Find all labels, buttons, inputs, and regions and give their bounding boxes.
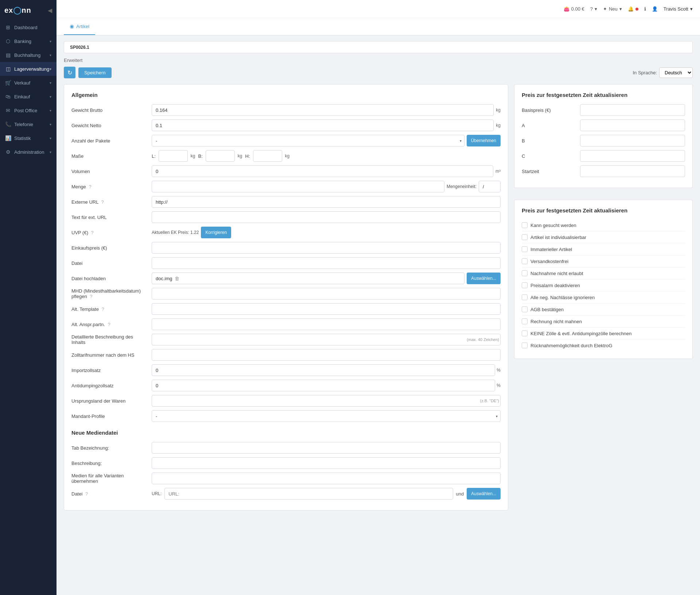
price-a-input[interactable]: [580, 120, 685, 131]
dashboard-icon: ⊞: [5, 24, 11, 30]
preisalarm-checkbox[interactable]: [522, 282, 528, 288]
mengeneinheit-input[interactable]: [479, 181, 501, 192]
media-url-input[interactable]: [164, 488, 453, 500]
sidebar-collapse-btn[interactable]: ◀: [48, 7, 52, 14]
sidebar-item-statistik[interactable]: 📊 Statistik ▾: [0, 131, 57, 145]
zolltarif-input[interactable]: [152, 349, 501, 361]
mhd-input[interactable]: [152, 288, 501, 300]
nachnahme-checkbox[interactable]: [522, 270, 528, 276]
price-c-input[interactable]: [580, 150, 685, 162]
price-a-row: A: [522, 119, 685, 132]
zolltarif-field: [152, 349, 501, 361]
anzahl-pakete-label: Anzahl der Pakete: [71, 138, 152, 144]
versandkostenfrei-checkbox[interactable]: [522, 258, 528, 264]
sidebar-item-administration[interactable]: ⚙ Administration ▾: [0, 145, 57, 159]
kann-gesucht-checkbox[interactable]: [522, 222, 528, 228]
volumen-input[interactable]: [152, 165, 493, 177]
text-url-input[interactable]: [152, 211, 501, 223]
immateriell-label: Immaterieller Artikel: [530, 247, 572, 252]
refresh-button[interactable]: ↻: [64, 67, 75, 78]
einkaufspreis-input[interactable]: [152, 242, 501, 254]
ursprungsland-input[interactable]: [152, 395, 501, 407]
mandant-select[interactable]: -: [152, 410, 501, 422]
sidebar-item-lagerverwaltung[interactable]: ◫ Lagerverwaltung ▾: [0, 62, 57, 76]
question-icon: ?: [590, 6, 593, 12]
toolbar: ↻ Speichern In Sprache: Deutsch English …: [64, 67, 693, 78]
alt-anspr-help-icon[interactable]: ?: [108, 322, 110, 327]
importzoll-input[interactable]: [152, 364, 495, 376]
externe-url-input[interactable]: [152, 196, 501, 208]
new-item[interactable]: ✦ Neu ▾: [603, 6, 622, 12]
rechnung-checkbox[interactable]: [522, 318, 528, 324]
sidebar: ex◯nn ◀ ⊞ Dashboard ⬡ Banking ▾ ▤ Buchha…: [0, 0, 57, 595]
maesse-h-input[interactable]: [253, 150, 282, 162]
datei-auswaehlen-button[interactable]: Auswählen...: [467, 273, 501, 284]
sidebar-item-dashboard[interactable]: ⊞ Dashboard: [0, 20, 57, 34]
sidebar-item-label: Banking: [14, 39, 31, 44]
save-button[interactable]: Speichern: [78, 67, 112, 78]
sidebar-item-post-office[interactable]: ✉ Post Office ▾: [0, 103, 57, 117]
uvp-row: UVP (€) ? Aktuellen EK Preis: 1.22 Korri…: [71, 226, 501, 239]
individualisierbar-checkbox[interactable]: [522, 234, 528, 240]
price-c-row: C: [522, 150, 685, 162]
menge-label: Menge ?: [71, 184, 152, 189]
beschreibung2-input[interactable]: [152, 457, 501, 469]
anzahl-pakete-select[interactable]: -: [152, 135, 464, 146]
antidumping-input[interactable]: [152, 380, 495, 391]
datei-input[interactable]: [152, 257, 501, 269]
ruecknahme-checkbox[interactable]: [522, 342, 528, 348]
sidebar-item-telefonie[interactable]: 📞 Telefonie ▾: [0, 117, 57, 131]
media-auswaehlen-button[interactable]: Auswählen...: [467, 488, 501, 500]
alt-template-input[interactable]: [152, 303, 501, 315]
sidebar-item-banking[interactable]: ⬡ Banking ▾: [0, 34, 57, 48]
uvp-help-icon[interactable]: ?: [91, 230, 94, 235]
logo: ex◯nn: [4, 6, 31, 15]
info-item[interactable]: ℹ: [644, 6, 646, 12]
korrigieren-button[interactable]: Korrigieren: [201, 227, 231, 238]
agb-checkbox[interactable]: [522, 306, 528, 312]
ruecknahme-label: Rücknahmemöglichkeit durch ElektroG: [530, 343, 612, 348]
gewicht-brutto-row: Gewicht Brutto kg: [71, 104, 501, 116]
sidebar-item-label: Telefonie: [14, 122, 33, 127]
alt-anspr-input[interactable]: [152, 318, 501, 330]
menge-input[interactable]: [152, 181, 444, 192]
zoelle-checkbox[interactable]: [522, 330, 528, 336]
tab-artikel[interactable]: ◉ Artikel: [64, 18, 95, 35]
sidebar-item-einkauf[interactable]: 🛍 Einkauf ▾: [0, 90, 57, 103]
mhd-help-icon[interactable]: ?: [90, 294, 92, 299]
basispreis-input[interactable]: [580, 104, 685, 116]
anzahl-pakete-field: - ▾ Übernehmen: [152, 135, 501, 146]
gewicht-brutto-input[interactable]: [152, 104, 494, 116]
media-datei-help-icon[interactable]: ?: [85, 491, 88, 497]
beschreibung-row: Detaillierte Beschreibung des Inhalts (m…: [71, 333, 501, 346]
maesse-b-input[interactable]: [206, 150, 235, 162]
sidebar-item-buchhaltung[interactable]: ▤ Buchhaltung ▾: [0, 48, 57, 62]
wallet-item[interactable]: 👛 0.00 €: [564, 6, 584, 12]
price-b-input[interactable]: [580, 135, 685, 146]
sidebar-item-label: Administration: [14, 149, 44, 155]
medien-varianten-input[interactable]: [152, 473, 501, 484]
gewicht-netto-input[interactable]: [152, 120, 494, 131]
url-help-icon[interactable]: ?: [101, 199, 104, 205]
importzoll-label: Importzollsatz: [71, 368, 152, 373]
datei-field: [152, 257, 501, 269]
wallet-icon: 👛: [564, 6, 569, 12]
file-delete-icon[interactable]: 🗑: [175, 276, 179, 281]
startzeit-input[interactable]: [580, 165, 685, 177]
sidebar-item-verkauf[interactable]: 🛒 Verkauf ▾: [0, 76, 57, 90]
help-item[interactable]: ? ▾: [590, 6, 597, 12]
immateriell-checkbox[interactable]: [522, 246, 528, 252]
menge-help-icon[interactable]: ?: [89, 184, 91, 189]
lang-dropdown[interactable]: Deutsch English Français: [659, 67, 693, 78]
einkaufspreis-row: Einkaufspreis (€): [71, 242, 501, 254]
bell-item[interactable]: 🔔: [628, 6, 638, 12]
maesse-l-input[interactable]: [159, 150, 188, 162]
beschreibung-input[interactable]: [152, 334, 501, 345]
uebernehmen-button[interactable]: Übernehmen: [467, 135, 501, 146]
person-item[interactable]: 👤: [652, 6, 658, 12]
alt-template-help-icon[interactable]: ?: [102, 306, 104, 312]
tab-bezeichnung-input[interactable]: [152, 442, 501, 454]
user-menu[interactable]: Travis Scott ▾: [664, 6, 693, 12]
nachlaesse-checkbox[interactable]: [522, 294, 528, 300]
checkbox-ruecknahme: Rücknahmemöglichkeit durch ElektroG: [522, 340, 685, 351]
